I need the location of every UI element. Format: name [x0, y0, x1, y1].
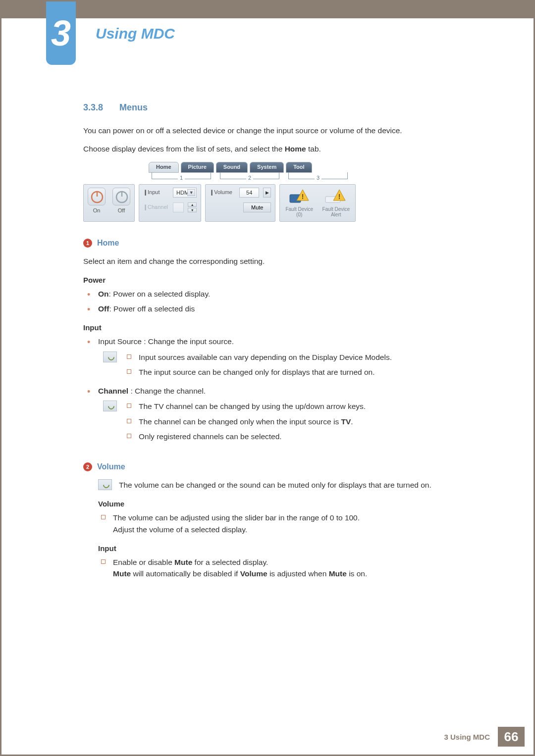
input-list: Input Source : Change the input source.	[98, 336, 484, 347]
fault-alert-icon: !	[324, 188, 347, 204]
chapter-number: 3	[46, 1, 76, 65]
list-item: The volume can be adjusted using the sli…	[98, 512, 484, 535]
footer-label: 3 Using MDC	[444, 733, 490, 741]
subsection-2-heading: 2 Volume	[83, 462, 484, 471]
volume-arrow-icon[interactable]: ▶	[263, 188, 271, 198]
page-footer: 3 Using MDC 66	[444, 727, 525, 747]
mute-button[interactable]: Mute	[243, 202, 271, 212]
list-item: Channel : Change the channel.	[98, 385, 484, 397]
section-title: Menus	[119, 102, 148, 112]
power-on-button[interactable]	[88, 188, 106, 205]
section-number: 3.3.8	[83, 102, 103, 112]
tab-tool[interactable]: Tool	[286, 162, 312, 173]
fault-panel: ! Fault Device(0) ! Fault DeviceAlert	[279, 184, 356, 222]
power-heading: Power	[83, 276, 484, 284]
volume-sub-heading: Volume	[98, 500, 484, 508]
mdc-ui-diagram: Home Picture Sound System Tool 1 2 3	[83, 162, 351, 222]
tab-system[interactable]: System	[250, 162, 284, 173]
input2-list: Enable or disable Mute for a selected di…	[98, 556, 484, 580]
power-off-button[interactable]	[112, 188, 130, 205]
svg-text:!: !	[338, 193, 341, 201]
input-dropdown[interactable]: HDMI1 ▼	[173, 188, 197, 198]
note-icon	[98, 479, 112, 490]
circle-1-icon: 1	[83, 239, 92, 248]
subsection-2-title: Volume	[97, 462, 125, 471]
volume-label: ❙Volume	[210, 189, 235, 196]
list-item: Only registered channels can be selected…	[124, 431, 484, 442]
channel-info: The TV channel can be changed by using t…	[103, 401, 484, 446]
note-icon	[103, 352, 117, 362]
svg-text:!: !	[302, 193, 304, 201]
subsection-1-heading: 1 Home	[83, 239, 484, 248]
callout-1: 1	[178, 175, 185, 181]
list-item: Off: Power off a selected dis	[98, 303, 484, 314]
power-panel: On Off	[83, 184, 135, 222]
channel-label: ❙Channel	[143, 204, 169, 210]
volume-value: 54	[239, 188, 259, 198]
list-item: On: Power on a selected display.	[98, 288, 484, 300]
power-on-label: On	[88, 207, 106, 213]
input2-heading: Input	[98, 544, 484, 553]
volume-list: The volume can be adjusted using the sli…	[98, 512, 484, 535]
volume-panel: ❙Volume 54 ▶ Mute	[205, 184, 275, 222]
tab-picture[interactable]: Picture	[181, 162, 214, 173]
channel-field	[173, 202, 184, 212]
input-panel: ❙Input HDMI1 ▼ ❙Channel ▲▼	[139, 184, 201, 222]
page-number: 66	[498, 727, 525, 747]
input-info: Input sources available can vary dependi…	[103, 352, 484, 382]
list-item: Enable or disable Mute for a selected di…	[98, 556, 484, 580]
callout-2: 2	[246, 175, 253, 181]
list-item: The TV channel can be changed by using t…	[124, 401, 484, 412]
input-label: ❙Input	[143, 189, 169, 196]
circle-2-icon: 2	[83, 462, 92, 471]
chapter-header: 3 Using MDC	[46, 1, 175, 65]
list-item: The channel can be changed only when the…	[124, 416, 484, 427]
chapter-title: Using MDC	[96, 25, 175, 42]
tab-sound[interactable]: Sound	[216, 162, 248, 173]
chevron-down-icon: ▼	[187, 189, 195, 196]
section-heading: 3.3.8 Menus	[83, 102, 484, 113]
input-heading: Input	[83, 323, 484, 332]
tab-home[interactable]: Home	[149, 162, 179, 173]
power-off-label: Off	[112, 207, 130, 213]
volume-top-info: The volume can be changed or the sound c…	[98, 479, 484, 491]
channel-list: Channel : Change the channel.	[98, 385, 484, 397]
note-icon	[103, 401, 117, 411]
intro-paragraph-2: Choose display devices from the list of …	[83, 143, 484, 154]
intro-paragraph-1: You can power on or off a selected devic…	[83, 125, 484, 136]
callout-3: 3	[315, 175, 321, 181]
fault-device-icon: !	[288, 188, 311, 204]
list-item: Input Source : Change the input source.	[98, 336, 484, 347]
list-item: Input sources available can vary dependi…	[124, 352, 484, 363]
subsection-1-title: Home	[97, 239, 119, 248]
power-list: On: Power on a selected display. Off: Po…	[98, 288, 484, 315]
channel-spinner[interactable]: ▲▼	[188, 202, 197, 212]
list-item: The input source can be changed only for…	[124, 366, 484, 378]
sub1-intro: Select an item and change the correspond…	[83, 255, 484, 267]
